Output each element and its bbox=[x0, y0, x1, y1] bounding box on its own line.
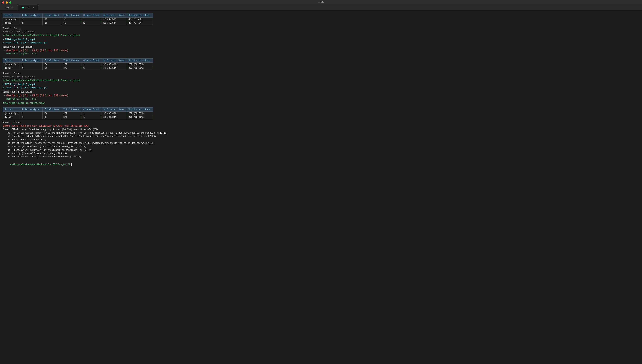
td-dup-tokens: 252 (92.65%) bbox=[126, 112, 153, 116]
th-dup-tokens-3: Duplicated tokens bbox=[126, 108, 153, 112]
td-total-clones: 1 bbox=[81, 116, 101, 119]
td-total-total-tokens: 272 bbox=[61, 66, 81, 70]
th-total-lines-3: Total lines bbox=[43, 108, 61, 112]
td-total-total-tokens: 68 bbox=[61, 21, 81, 25]
total-row: Total: 1 16 68 1 10 (62.5%) 48 (70.59%) bbox=[3, 21, 153, 25]
traffic-lights bbox=[2, 2, 12, 4]
td-total-label: Total: bbox=[3, 116, 20, 119]
td-total-tokens: 272 bbox=[61, 112, 81, 116]
cmd-1a: > BFF-Project@1.0.0 jscpd bbox=[3, 38, 639, 41]
th-clones-2: Clones found bbox=[81, 58, 101, 62]
th-clones-1: Clones found bbox=[81, 14, 101, 18]
td-total-tokens: 272 bbox=[61, 62, 81, 66]
clone-header-2: Clone found (javascript): bbox=[3, 90, 639, 94]
stack-3: at Array.forEach (<anonymous>) bbox=[3, 138, 639, 142]
td-format: javascript bbox=[3, 18, 20, 21]
tab-2-icon bbox=[22, 7, 24, 8]
table-row: javascript 1 16 68 1 10 (62.5%) 48 (70.5… bbox=[3, 18, 153, 21]
clone-file-1a: - demo/test.js [7:1 - 65:2] (58 lines, 2… bbox=[3, 49, 639, 52]
td-total-total-lines: 64 bbox=[43, 116, 61, 119]
prompt-1: cuihaoran@cuihaorandeMacBook-Pro BFF-Pro… bbox=[3, 34, 639, 37]
stack-6: at Function.Module.runMain (internal/mod… bbox=[3, 148, 639, 152]
th-format-1: Format bbox=[3, 14, 20, 18]
td-total-dup-lines: 10 (62.5%) bbox=[101, 21, 126, 25]
table-row: javascript 1 64 272 1 58 (90.63%) 252 (9… bbox=[3, 62, 153, 66]
td-total-clones: 1 bbox=[81, 21, 101, 25]
td-clones: 1 bbox=[81, 62, 101, 66]
total-row: Total: 1 64 272 1 58 (90.63%) 252 (92.65… bbox=[3, 116, 153, 119]
stack-2: at reporters.forEach (/Users/cuihaoran/c… bbox=[3, 135, 639, 138]
td-total-dup-lines: 58 (90.63%) bbox=[101, 66, 126, 70]
html-saved: HTML report saved to report/html/ bbox=[3, 102, 639, 105]
close-button[interactable] bbox=[2, 2, 4, 4]
cmd-1b: > jscpd -l 1 -k 10 './demo/test.js' bbox=[3, 41, 639, 45]
error-line-2: Error: ERROR: jscpd found too many dupli… bbox=[3, 128, 639, 131]
tab-2-label: -zsh bbox=[25, 6, 30, 9]
detection-time-1: Detection time:: 19.534ms bbox=[3, 30, 639, 34]
td-total-lines: 64 bbox=[43, 112, 61, 116]
th-files-2: Files analyzed bbox=[20, 58, 43, 62]
th-dup-tokens-2: Duplicated tokens bbox=[126, 58, 153, 62]
cursor bbox=[71, 163, 72, 166]
th-total-tokens-3: Total tokens bbox=[61, 108, 81, 112]
td-total-total-tokens: 272 bbox=[61, 116, 81, 119]
th-files-1: Files analyzed bbox=[20, 14, 43, 18]
td-format: javascript bbox=[3, 62, 20, 66]
td-total-files: 1 bbox=[20, 116, 43, 119]
td-format: javascript bbox=[3, 112, 20, 116]
th-dup-lines-1: Duplicated lines bbox=[101, 14, 126, 18]
stack-1: at ThresholdReporter.report (/Users/cuih… bbox=[3, 131, 639, 135]
detection-time-2: Detection time:: 22.871ms bbox=[3, 75, 639, 79]
th-files-3: Files analyzed bbox=[20, 108, 43, 112]
terminal-window: -zsh -zsh ⌘1 -zsh ⌘2 Format Files analyz… bbox=[0, 0, 642, 364]
found-clones-1: Found 1 clones. bbox=[3, 27, 639, 30]
td-total-tokens: 68 bbox=[61, 18, 81, 21]
th-dup-lines-3: Duplicated lines bbox=[101, 108, 126, 112]
found-clones-2: Found 1 clones. bbox=[3, 72, 639, 75]
th-total-lines-2: Total lines bbox=[43, 58, 61, 62]
td-total-files: 1 bbox=[20, 66, 43, 70]
td-clones: 1 bbox=[81, 18, 101, 21]
tab-2[interactable]: -zsh ⌘2 bbox=[18, 5, 38, 10]
td-dup-tokens: 48 (70.59%) bbox=[126, 18, 153, 21]
final-prompt: cuihaoran@cuihaorandeMacBook-Pro BFF-Pro… bbox=[3, 160, 639, 170]
clone-file-2b: demo/test.js [3:1 - 9:2] bbox=[3, 97, 639, 101]
cmd-2b: > jscpd -l 1 -k 10 './demo/test.js' bbox=[3, 86, 639, 90]
prompt-2: cuihaoran@cuihaorandeMacBook-Pro BFF-Pro… bbox=[3, 79, 639, 82]
th-format-2: Format bbox=[3, 58, 20, 62]
table-row: javascript 1 64 272 1 58 (90.63%) 252 (9… bbox=[3, 112, 153, 116]
td-total-label: Total: bbox=[3, 21, 20, 25]
stack-7: at startup (internal/bootstrap/node.js:2… bbox=[3, 152, 639, 155]
td-dup-tokens: 252 (92.65%) bbox=[126, 62, 153, 66]
td-files: 1 bbox=[20, 18, 43, 21]
tab-1[interactable]: -zsh ⌘1 bbox=[0, 5, 18, 10]
maximize-button[interactable] bbox=[9, 2, 12, 4]
terminal-content[interactable]: Format Files analyzed Total lines Total … bbox=[0, 10, 642, 364]
th-format-3: Format bbox=[3, 108, 20, 112]
th-total-lines-1: Total lines bbox=[43, 14, 61, 18]
td-files: 1 bbox=[20, 112, 43, 116]
stack-5: at process._tickCallback (internal/proce… bbox=[3, 145, 639, 148]
th-total-tokens-2: Total tokens bbox=[61, 58, 81, 62]
td-clones: 1 bbox=[81, 112, 101, 116]
th-dup-lines-2: Duplicated lines bbox=[101, 58, 126, 62]
td-total-dup-tokens: 252 (92.65%) bbox=[126, 66, 153, 70]
th-dup-tokens-1: Duplicated tokens bbox=[126, 14, 153, 18]
minimize-button[interactable] bbox=[6, 2, 8, 4]
th-total-tokens-1: Total tokens bbox=[61, 14, 81, 18]
td-total-label: Total: bbox=[3, 66, 20, 70]
tab-1-number: ⌘1 bbox=[11, 6, 13, 9]
td-total-dup-tokens: 252 (92.65%) bbox=[126, 116, 153, 119]
td-total-total-lines: 16 bbox=[43, 21, 61, 25]
td-dup-lines: 10 (62.5%) bbox=[101, 18, 126, 21]
window-title: -zsh bbox=[318, 1, 324, 4]
clone-file-1b: demo/test.js [3:1 - 9:2] bbox=[3, 52, 639, 56]
total-row: Total: 1 64 272 1 58 (90.63%) 252 (92.65… bbox=[3, 66, 153, 70]
td-total-lines: 16 bbox=[43, 18, 61, 21]
tabbar: -zsh ⌘1 -zsh ⌘2 bbox=[0, 5, 642, 10]
result-table-2: Format Files analyzed Total lines Total … bbox=[3, 58, 153, 70]
clone-header-1: Clone found (javascript): bbox=[3, 46, 639, 49]
titlebar: -zsh bbox=[0, 0, 642, 5]
th-clones-3: Clones found bbox=[81, 108, 101, 112]
stack-4: at detect.then.then (/Users/cuihaoran/co… bbox=[3, 142, 639, 145]
